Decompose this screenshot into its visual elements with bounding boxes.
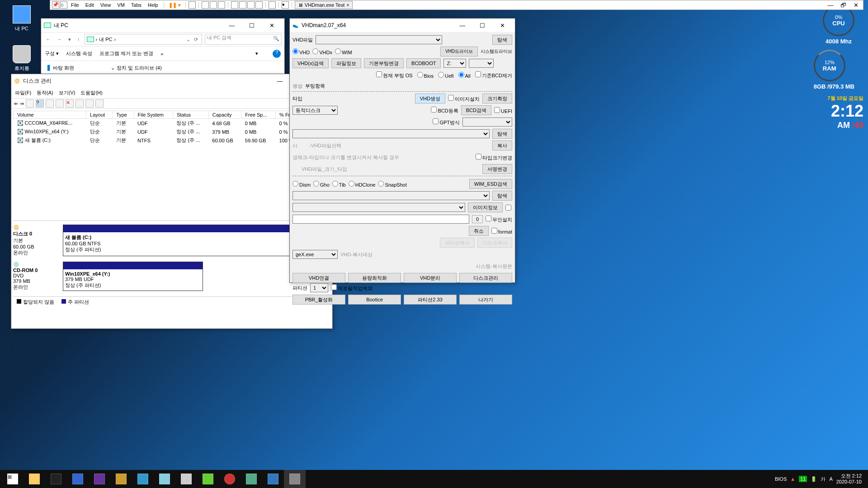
tray-icon-1[interactable]: ▲ [790, 476, 795, 482]
tray-ime-icon[interactable]: A [829, 476, 832, 482]
minimize-button[interactable]: — [270, 75, 290, 87]
opt-bios[interactable] [417, 72, 423, 78]
col-capacity[interactable]: Capacity [208, 111, 241, 119]
taskbar-explorer[interactable] [24, 470, 45, 488]
tab-create[interactable]: 생성 [292, 83, 302, 89]
dm-menu-action[interactable]: 동작(A) [37, 89, 53, 96]
opt-vhdx[interactable] [312, 48, 318, 54]
taskbar-app6[interactable] [197, 470, 219, 488]
col-type[interactable]: Type [113, 111, 134, 119]
combo-vhd2[interactable] [292, 129, 490, 138]
taskbar-power[interactable] [219, 470, 241, 488]
tb-icon-8[interactable] [255, 1, 263, 9]
tb-icon-6[interactable] [239, 1, 246, 9]
minimize-button[interactable]: — [222, 19, 242, 32]
menu-view[interactable]: View [98, 1, 114, 9]
col-layout[interactable]: Layout [86, 111, 113, 119]
taskbar-cmd[interactable] [45, 470, 67, 488]
chk-currentboot[interactable] [376, 71, 382, 77]
maximize-button[interactable]: ☐ [242, 19, 262, 32]
input-path[interactable] [292, 215, 469, 224]
tb-icon-4[interactable] [218, 1, 225, 9]
addr-dropdown[interactable]: ⌄ [186, 37, 190, 42]
desktop-icon-recycle[interactable]: 휴지통 [8, 45, 35, 72]
minimize-button[interactable]: — [453, 19, 472, 32]
refresh-icon[interactable]: ⟳ [192, 37, 200, 42]
menu-org[interactable]: 구성 ▾ [45, 50, 59, 57]
opt-hdclone[interactable] [349, 181, 354, 187]
diskmgmt-titlebar[interactable]: 📀 디스크 관리 — ☐ ✕ [11, 74, 332, 88]
tab-close-icon[interactable]: × [346, 2, 349, 8]
tb-2[interactable] [46, 99, 54, 108]
menu-more[interactable]: » [160, 51, 163, 56]
opt-all[interactable] [458, 72, 464, 78]
btn-vhdx-search[interactable]: VHD(x)검색 [292, 58, 329, 68]
tb-icon-7[interactable] [247, 1, 255, 9]
chk-typesize[interactable] [476, 154, 481, 160]
combo-3[interactable] [292, 191, 490, 200]
help-icon[interactable]: ? [36, 99, 44, 108]
tree-desktop[interactable]: ▋ 바탕 화면 [46, 64, 109, 72]
address-bar[interactable]: › 내 PC › ⌄ ⟳ [85, 34, 203, 45]
refresh-icon[interactable] [56, 99, 64, 108]
dm-menu-view[interactable]: 보기(V) [59, 89, 75, 96]
breadcrumb-arrow[interactable]: › [114, 37, 116, 42]
taskbar-app2[interactable] [110, 470, 132, 488]
tray-temp[interactable]: 11 [799, 476, 807, 482]
breadcrumb[interactable]: › [96, 37, 98, 42]
menu-edit[interactable]: Edit [83, 1, 97, 9]
menu-help[interactable]: Help [145, 1, 161, 9]
menu-file[interactable]: File [68, 1, 82, 9]
tb-icon-10[interactable]: ▾ [282, 1, 289, 9]
start-button[interactable]: ⊞ [2, 470, 24, 488]
col-free[interactable]: Free Sp... [241, 111, 276, 119]
chk-format[interactable] [491, 228, 497, 234]
btn-imageinfo[interactable]: 이미지정보 [468, 202, 503, 212]
btn-descchange[interactable]: 서명변경 [482, 164, 512, 174]
table-row[interactable]: 💽 Win10XPE_x64 (Y:)단순기본UDF정상 (주 ...379 M… [14, 127, 330, 136]
tb-3[interactable] [75, 99, 84, 108]
close-button[interactable]: ✕ [262, 19, 282, 32]
opt-tib[interactable] [332, 181, 338, 187]
tray-lang-icon[interactable]: 가 [821, 476, 826, 483]
table-row[interactable]: 💽 CCCOMA_X64FRE...단순기본UDF정상 (주 ...4.68 G… [14, 119, 330, 128]
btn-bootice[interactable]: Bootice [348, 295, 401, 305]
sel-gpt[interactable] [462, 117, 512, 127]
taskbar-save[interactable] [67, 470, 89, 488]
chk-gpt[interactable] [433, 118, 439, 124]
search-input[interactable]: 내 PC 검색 [205, 34, 282, 45]
desktop-icon-mypc[interactable]: 내 PC [8, 5, 35, 32]
tree-devices[interactable]: ⌄ 장치 및 드라이브 (4) [109, 64, 164, 72]
chk-zerofill[interactable] [331, 284, 337, 290]
btn-vhdcreate[interactable]: VHD생성 [415, 94, 445, 103]
sel-gex[interactable]: geX.exe [292, 250, 338, 259]
vm-close[interactable]: ✕ [850, 1, 861, 9]
chk-noinstall[interactable] [486, 216, 491, 221]
tb-icon-9[interactable] [269, 1, 276, 9]
pin-icon[interactable]: 📌 [52, 1, 59, 9]
tray-clock[interactable]: 오전 2:12 2020-07-10 [836, 473, 862, 485]
nav-forward[interactable]: → [55, 37, 64, 42]
tab-bootitems[interactable]: 부팅항목 [305, 83, 325, 89]
address-text[interactable]: 내 PC [99, 36, 112, 43]
col-status[interactable]: Status [173, 111, 208, 119]
dm-menu-file[interactable]: 파일(F) [15, 89, 31, 96]
btn-diskmgmt[interactable]: 디스크관리 [459, 273, 512, 283]
taskbar-app3[interactable] [132, 470, 154, 488]
disk0-partition[interactable]: 새 볼륨 (C:) 60.00 GB NTFS 정상 (주 파티션) [63, 225, 322, 256]
btn-search2[interactable]: 탐색 [492, 129, 512, 139]
btn-vhddrive[interactable]: VHD드라이브 [440, 47, 478, 56]
opt-gho[interactable] [313, 181, 319, 187]
tb-icon-3[interactable] [210, 1, 217, 9]
taskbar-app1[interactable] [89, 470, 110, 488]
nav-recent[interactable]: ▾ [66, 37, 73, 42]
combo-4[interactable] [292, 203, 465, 212]
nav-back-icon[interactable]: ⇐ [14, 101, 18, 107]
taskbar-active[interactable] [284, 470, 306, 488]
btn-vhdconn[interactable]: VHD연결 [292, 273, 345, 283]
sel-partnum[interactable]: 1 [310, 283, 328, 292]
sel-sysdrive[interactable] [469, 59, 494, 68]
chk-bcdremove[interactable] [475, 71, 481, 77]
opt-snapshot[interactable] [378, 181, 384, 187]
opt-dism[interactable] [292, 181, 298, 187]
